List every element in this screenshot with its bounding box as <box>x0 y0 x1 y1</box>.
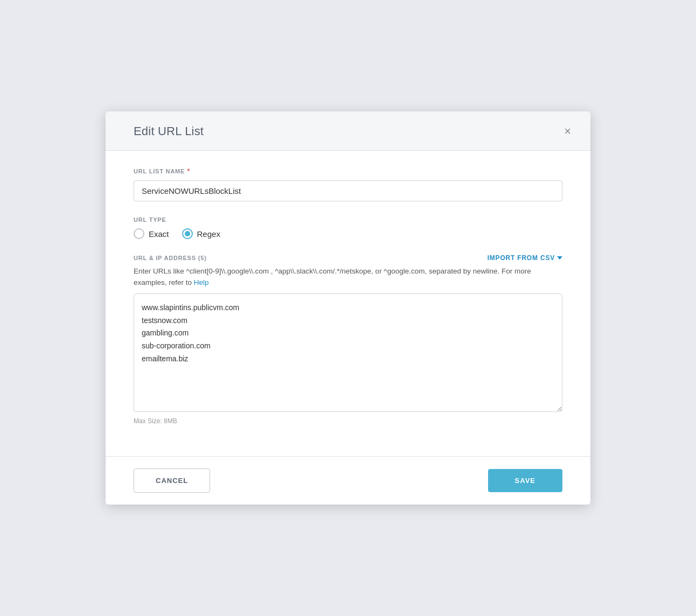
url-type-group: URL TYPE Exact Regex <box>134 216 562 239</box>
import-csv-label: IMPORT FROM CSV <box>488 254 555 262</box>
radio-regex-input[interactable] <box>182 228 193 239</box>
save-button[interactable]: SAVE <box>488 469 562 492</box>
url-type-radio-group: Exact Regex <box>134 228 562 239</box>
url-ip-label: URL & IP ADDRESS (5) <box>134 255 207 261</box>
helper-text: Enter URLs like ^client[0-9]\\.google\\.… <box>134 266 562 288</box>
radio-regex[interactable]: Regex <box>182 228 220 239</box>
required-indicator: * <box>187 167 190 175</box>
max-size-text: Max Size: 8MB <box>134 417 562 425</box>
url-ip-group: URL & IP ADDRESS (5) IMPORT FROM CSV Ent… <box>134 254 562 425</box>
chevron-down-icon <box>557 256 562 260</box>
radio-exact-input[interactable] <box>134 228 144 239</box>
modal-header: Edit URL List × <box>106 111 590 151</box>
url-section-header: URL & IP ADDRESS (5) IMPORT FROM CSV <box>134 254 562 262</box>
radio-regex-label: Regex <box>197 229 220 239</box>
modal-body: URL LIST NAME * URL TYPE Exact Regex <box>106 151 590 456</box>
help-link[interactable]: Help <box>194 278 209 286</box>
radio-exact[interactable]: Exact <box>134 228 169 239</box>
url-list-name-group: URL LIST NAME * <box>134 167 562 201</box>
import-csv-button[interactable]: IMPORT FROM CSV <box>488 254 562 262</box>
radio-exact-label: Exact <box>149 229 169 239</box>
edit-url-list-modal: Edit URL List × URL LIST NAME * URL TYPE… <box>106 111 590 505</box>
url-type-label: URL TYPE <box>134 216 562 223</box>
cancel-button[interactable]: CANCEL <box>134 468 210 493</box>
modal-title: Edit URL List <box>134 124 204 138</box>
url-list-name-label: URL LIST NAME * <box>134 167 562 175</box>
url-textarea[interactable]: www.slapintins.publicvm.com testsnow.com… <box>134 293 562 412</box>
close-button[interactable]: × <box>562 123 573 139</box>
url-list-name-input[interactable] <box>134 180 562 201</box>
modal-footer: CANCEL SAVE <box>106 456 590 505</box>
